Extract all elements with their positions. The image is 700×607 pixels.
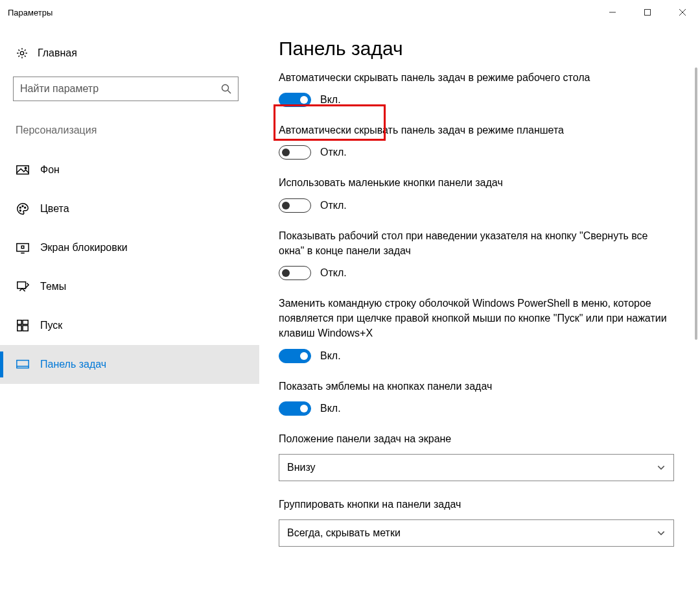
sidebar-item-taskbar[interactable]: Панель задач bbox=[0, 345, 259, 384]
scrollbar-thumb[interactable] bbox=[695, 67, 697, 340]
lockscreen-icon bbox=[16, 241, 30, 255]
chevron-down-icon bbox=[657, 529, 666, 538]
toggle-state: Вкл. bbox=[320, 350, 341, 362]
dropdown-value: Всегда, скрывать метки bbox=[287, 527, 401, 539]
sidebar-item-label: Пуск bbox=[40, 320, 62, 331]
sidebar-item-lockscreen[interactable]: Экран блокировки bbox=[0, 228, 259, 267]
nav-list: Фон Цвета Экран блокировки Темы bbox=[0, 150, 259, 384]
svg-rect-21 bbox=[17, 361, 29, 368]
setting-label: Автоматически скрывать панель задач в ре… bbox=[279, 70, 668, 85]
svg-rect-19 bbox=[18, 326, 21, 331]
svg-point-12 bbox=[19, 210, 21, 211]
sidebar-item-background[interactable]: Фон bbox=[0, 150, 259, 189]
setting-show-badges: Показать эмблемы на кнопках панели задач… bbox=[279, 379, 687, 416]
page-title: Панель задач bbox=[279, 38, 687, 60]
setting-small-buttons: Использовать маленькие кнопки панели зад… bbox=[279, 175, 687, 212]
main-panel: Панель задач Автоматически скрывать пане… bbox=[259, 25, 700, 607]
toggle-state: Вкл. bbox=[320, 94, 341, 106]
window-title: Параметры bbox=[8, 8, 595, 18]
setting-autohide-desktop: Автоматически скрывать панель задач в ре… bbox=[279, 70, 687, 107]
svg-rect-17 bbox=[18, 320, 21, 324]
toggle-state: Откл. bbox=[320, 200, 347, 211]
section-title: Персонализация bbox=[13, 101, 259, 147]
sidebar-item-label: Экран блокировки bbox=[40, 242, 128, 254]
dropdown-group-buttons[interactable]: Всегда, скрывать метки bbox=[279, 519, 674, 547]
svg-point-11 bbox=[25, 207, 26, 208]
sidebar-item-label: Цвета bbox=[40, 203, 69, 215]
toggle-show-badges[interactable] bbox=[279, 401, 311, 416]
maximize-button[interactable] bbox=[630, 0, 665, 25]
toggle-autohide-desktop[interactable] bbox=[279, 93, 311, 107]
titlebar: Параметры bbox=[0, 0, 700, 25]
setting-replace-cmd-powershell: Заменить командную строку оболочкой Wind… bbox=[279, 296, 687, 363]
svg-rect-16 bbox=[18, 282, 26, 289]
sidebar-item-colors[interactable]: Цвета bbox=[0, 189, 259, 228]
dropdown-taskbar-position[interactable]: Внизу bbox=[279, 454, 674, 481]
svg-point-4 bbox=[20, 51, 23, 54]
sidebar-item-themes[interactable]: Темы bbox=[0, 267, 259, 306]
sidebar-item-label: Фон bbox=[40, 164, 60, 176]
svg-point-10 bbox=[22, 206, 23, 207]
svg-point-9 bbox=[19, 207, 21, 208]
toggle-replace-cmd[interactable] bbox=[279, 349, 311, 363]
svg-point-8 bbox=[25, 167, 26, 169]
sidebar-item-start[interactable]: Пуск bbox=[0, 306, 259, 345]
home-link[interactable]: Главная bbox=[13, 42, 259, 70]
vertical-scrollbar[interactable] bbox=[691, 67, 700, 607]
minimize-button[interactable] bbox=[595, 0, 630, 25]
toggle-small-buttons[interactable] bbox=[279, 198, 311, 213]
svg-rect-18 bbox=[23, 320, 28, 324]
toggle-state: Вкл. bbox=[320, 403, 341, 414]
setting-group-buttons: Группировать кнопки на панели задач Всег… bbox=[279, 497, 687, 547]
setting-label: Автоматически скрывать панель задач в ре… bbox=[279, 123, 668, 137]
svg-line-6 bbox=[228, 91, 231, 94]
window-controls bbox=[595, 0, 700, 25]
home-label: Главная bbox=[38, 47, 77, 59]
close-button[interactable] bbox=[665, 0, 700, 25]
gear-icon bbox=[16, 47, 29, 60]
search-input[interactable]: Найти параметр bbox=[13, 77, 239, 101]
setting-label: Использовать маленькие кнопки панели зад… bbox=[279, 175, 668, 190]
svg-rect-13 bbox=[17, 244, 29, 252]
setting-taskbar-position: Положение панели задач на экране Внизу bbox=[279, 431, 687, 481]
setting-label: Заменить командную строку оболочкой Wind… bbox=[279, 296, 668, 341]
toggle-peek-desktop[interactable] bbox=[279, 266, 311, 280]
picture-icon bbox=[16, 163, 30, 177]
setting-autohide-tablet: Автоматически скрывать панель задач в ре… bbox=[279, 123, 687, 160]
setting-label: Показать эмблемы на кнопках панели задач bbox=[279, 379, 668, 394]
setting-peek-desktop: Показывать рабочий стол при наведении ук… bbox=[279, 228, 687, 280]
search-placeholder: Найти параметр bbox=[20, 83, 221, 95]
start-icon bbox=[16, 318, 30, 333]
dropdown-value: Внизу bbox=[287, 462, 316, 473]
svg-point-5 bbox=[222, 85, 229, 91]
setting-label: Группировать кнопки на панели задач bbox=[279, 497, 668, 512]
search-icon bbox=[221, 84, 231, 94]
toggle-state: Откл. bbox=[320, 147, 347, 158]
svg-rect-1 bbox=[645, 10, 651, 16]
sidebar-item-label: Панель задач bbox=[40, 359, 106, 370]
taskbar-icon bbox=[16, 357, 30, 372]
palette-icon bbox=[16, 202, 30, 216]
svg-rect-20 bbox=[23, 326, 28, 331]
sidebar-item-label: Темы bbox=[40, 281, 66, 292]
sidebar: Главная Найти параметр Персонализация Фо… bbox=[0, 25, 259, 607]
toggle-state: Откл. bbox=[320, 267, 347, 279]
toggle-autohide-tablet[interactable] bbox=[279, 145, 311, 160]
setting-label: Показывать рабочий стол при наведении ук… bbox=[279, 228, 668, 258]
chevron-down-icon bbox=[657, 463, 666, 472]
svg-rect-15 bbox=[21, 246, 24, 248]
setting-label: Положение панели задач на экране bbox=[279, 431, 668, 446]
themes-icon bbox=[16, 280, 30, 294]
